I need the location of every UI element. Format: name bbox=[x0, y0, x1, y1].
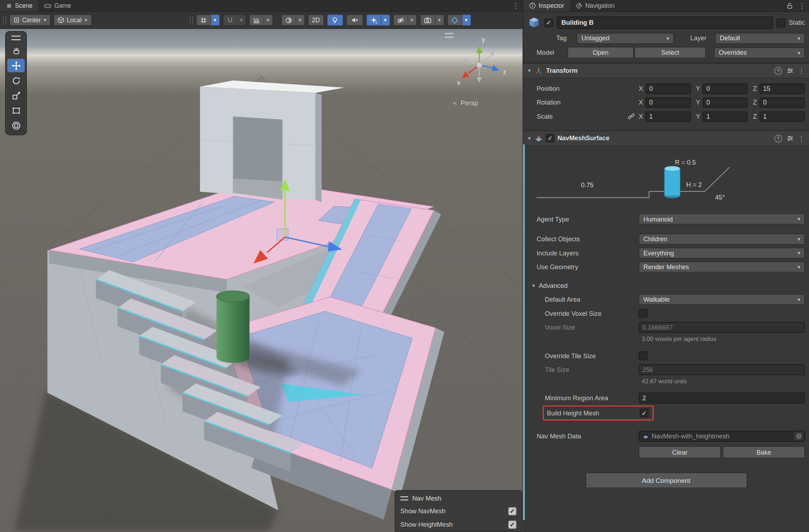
scale-x-field[interactable]: 1 bbox=[646, 111, 691, 122]
gameobject-active-checkbox[interactable]: ✓ bbox=[544, 18, 553, 27]
scene-visibility-dropdown[interactable]: ▼ bbox=[408, 14, 417, 26]
scene-viewport[interactable]: y x z < Persp Nav Mesh Show NavMesh ✓ bbox=[0, 29, 522, 532]
clear-label: Clear bbox=[672, 449, 687, 456]
rect-tool[interactable] bbox=[7, 104, 25, 117]
tab-game-label: Game bbox=[54, 2, 71, 9]
sparkle-icon bbox=[370, 16, 378, 24]
gameobject-name-field[interactable]: Building B bbox=[557, 17, 773, 29]
foldout-icon[interactable]: ▼ bbox=[527, 136, 532, 141]
component-menu-icon[interactable]: ⋮ bbox=[798, 134, 805, 142]
gizmos-dropdown[interactable]: ▼ bbox=[462, 14, 471, 26]
agent-type-dropdown[interactable]: Humanoid ▾ bbox=[639, 214, 805, 225]
2d-mode-button[interactable]: 2D bbox=[308, 14, 324, 26]
scene-lighting-button[interactable] bbox=[327, 14, 343, 26]
rotation-y-field[interactable]: 0 bbox=[703, 97, 748, 107]
model-open-button[interactable]: Open bbox=[568, 47, 634, 58]
increment-snap-button[interactable] bbox=[249, 14, 264, 26]
show-navmesh-checkbox[interactable]: ✓ bbox=[508, 507, 516, 515]
rotation-z-field[interactable]: 0 bbox=[760, 97, 805, 107]
component-menu-icon[interactable]: ⋮ bbox=[798, 67, 805, 75]
camera-group: ▼ bbox=[420, 14, 444, 26]
tab-navigation[interactable]: Navigation bbox=[570, 0, 620, 11]
grid-settings-dropdown[interactable]: ▼ bbox=[211, 14, 220, 26]
toolbar-drag-handle[interactable] bbox=[3, 16, 6, 24]
toolbar-drag-handle[interactable] bbox=[190, 16, 193, 24]
scene-camera-button[interactable] bbox=[420, 14, 435, 26]
grid-visibility-button[interactable] bbox=[196, 14, 211, 26]
presets-icon[interactable] bbox=[786, 135, 794, 142]
add-component-button[interactable]: Add Component bbox=[585, 473, 747, 488]
view-hand-tool[interactable] bbox=[7, 44, 25, 57]
presets-icon[interactable] bbox=[786, 67, 794, 74]
build-height-mesh-checkbox[interactable]: ✓ bbox=[640, 409, 649, 418]
gizmos-button[interactable] bbox=[447, 14, 462, 26]
help-icon[interactable]: ? bbox=[774, 67, 782, 75]
effects-dropdown[interactable]: ▼ bbox=[381, 14, 390, 26]
default-area-dropdown[interactable]: Walkable ▾ bbox=[639, 294, 805, 305]
projection-toggle[interactable]: < Persp bbox=[453, 99, 520, 107]
navmeshsurface-header[interactable]: ▼ ✓ NavMeshSurface ? ⋮ bbox=[523, 130, 809, 146]
tab-inspector[interactable]: Inspector bbox=[523, 0, 570, 11]
position-z-field[interactable]: 15 bbox=[760, 83, 805, 94]
collect-objects-dropdown[interactable]: Children ▾ bbox=[639, 234, 805, 245]
tile-size-value: 256 bbox=[642, 366, 653, 373]
position-y-field[interactable]: 0 bbox=[703, 83, 748, 94]
rotation-x-value: 0 bbox=[649, 99, 653, 106]
pivot-mode-dropdown[interactable]: Center ▼ bbox=[9, 14, 51, 26]
rotation-x-field[interactable]: 0 bbox=[646, 97, 691, 107]
tab-game[interactable]: Game bbox=[38, 0, 77, 11]
override-voxel-checkbox[interactable] bbox=[639, 309, 648, 318]
tab-scene[interactable]: Scene bbox=[0, 0, 38, 11]
clear-button[interactable]: Clear bbox=[639, 446, 721, 458]
advanced-foldout[interactable]: ▼ Advanced bbox=[523, 279, 809, 292]
show-heightmesh-checkbox[interactable]: ✓ bbox=[508, 521, 516, 529]
model-select-button[interactable]: Select bbox=[634, 47, 706, 58]
navmeshsurface-enabled-checkbox[interactable]: ✓ bbox=[546, 134, 554, 142]
camera-settings-dropdown[interactable]: ▼ bbox=[435, 14, 444, 26]
scale-label: Scale bbox=[537, 113, 627, 120]
use-geometry-dropdown[interactable]: Render Meshes ▾ bbox=[639, 261, 805, 272]
rotate-tool[interactable] bbox=[7, 74, 25, 87]
nav-mesh-data-field[interactable]: NavMesh-with_heightmesh bbox=[639, 431, 805, 442]
inspector-menu-icon[interactable]: ⋮ bbox=[795, 0, 809, 11]
build-height-mesh-row: Build Height Mesh ✓ bbox=[523, 405, 809, 421]
overrides-dropdown[interactable]: Overrides ▾ bbox=[714, 47, 805, 58]
foldout-icon[interactable]: ▼ bbox=[527, 68, 532, 73]
scale-tool[interactable] bbox=[7, 89, 25, 102]
scene-visibility-button[interactable] bbox=[393, 14, 408, 26]
object-picker-icon[interactable] bbox=[794, 432, 803, 441]
effects-button[interactable] bbox=[366, 14, 381, 26]
link-icon[interactable] bbox=[627, 112, 635, 120]
static-checkbox[interactable] bbox=[776, 18, 785, 27]
palette-drag-handle[interactable] bbox=[11, 36, 20, 40]
snap-settings-dropdown[interactable]: ▼ bbox=[237, 14, 246, 26]
tag-dropdown[interactable]: Untagged ▾ bbox=[577, 33, 674, 44]
include-layers-dropdown[interactable]: Everything ▾ bbox=[639, 248, 805, 259]
2d-label: 2D bbox=[312, 17, 320, 24]
component-accent-bar bbox=[523, 144, 525, 520]
check-icon: ✓ bbox=[510, 508, 515, 515]
snap-button[interactable] bbox=[223, 14, 237, 26]
scale-y-field[interactable]: 1 bbox=[703, 111, 748, 122]
scene-audio-button[interactable] bbox=[346, 14, 363, 26]
transform-tool[interactable] bbox=[7, 119, 25, 132]
position-x-field[interactable]: 0 bbox=[646, 83, 691, 94]
navmeshsurface-body: R = 0.5 H = 2 0.75 45° Agent Type Humano… bbox=[523, 146, 809, 463]
prefab-model-icon bbox=[527, 16, 541, 29]
transform-header[interactable]: ▼ Transform ? ⋮ bbox=[523, 63, 809, 78]
scene-panel-menu-icon[interactable]: ⋮ bbox=[509, 0, 522, 11]
move-tool[interactable] bbox=[7, 59, 25, 72]
handle-orientation-dropdown[interactable]: Local ▼ bbox=[54, 14, 92, 26]
scale-z-field[interactable]: 1 bbox=[760, 111, 805, 122]
lock-icon[interactable] bbox=[784, 0, 795, 11]
min-region-field[interactable]: 2 bbox=[639, 392, 805, 403]
navmesh-overlay-header[interactable]: Nav Mesh bbox=[400, 492, 516, 504]
bake-button[interactable]: Bake bbox=[723, 446, 805, 458]
help-icon[interactable]: ? bbox=[774, 134, 782, 142]
increment-snap-dropdown[interactable]: ▼ bbox=[264, 14, 273, 26]
shading-mode-dropdown[interactable]: ▼ bbox=[296, 14, 305, 26]
shading-mode-button[interactable] bbox=[281, 14, 296, 26]
scene-orientation-gizmo[interactable]: y x z bbox=[450, 34, 518, 91]
layer-dropdown[interactable]: Default ▾ bbox=[715, 33, 805, 44]
override-tile-checkbox[interactable] bbox=[639, 351, 648, 360]
